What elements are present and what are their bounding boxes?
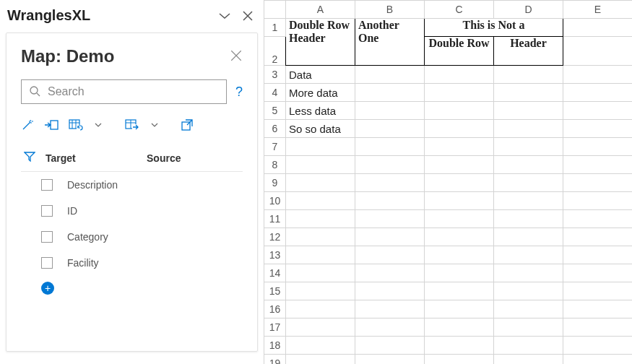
cell[interactable] bbox=[286, 337, 355, 355]
cell[interactable] bbox=[563, 210, 633, 228]
cell[interactable] bbox=[494, 156, 563, 174]
cell[interactable] bbox=[425, 246, 494, 264]
cell[interactable] bbox=[355, 102, 425, 120]
cell[interactable]: So so data bbox=[286, 120, 355, 138]
cell[interactable] bbox=[425, 120, 494, 138]
search-input[interactable] bbox=[46, 84, 219, 99]
cell[interactable] bbox=[355, 192, 425, 210]
cell[interactable]: Header bbox=[494, 37, 563, 66]
cell[interactable] bbox=[563, 174, 633, 192]
row-header[interactable]: 15 bbox=[264, 282, 286, 300]
row-header[interactable]: 11 bbox=[264, 210, 286, 228]
row-header[interactable]: 4 bbox=[264, 84, 286, 102]
col-header[interactable]: D bbox=[494, 1, 563, 19]
row-header[interactable]: 7 bbox=[264, 138, 286, 156]
cell[interactable] bbox=[286, 246, 355, 264]
cell[interactable] bbox=[286, 264, 355, 282]
cell[interactable] bbox=[355, 300, 425, 318]
cell[interactable] bbox=[494, 120, 563, 138]
row-header[interactable]: 18 bbox=[264, 337, 286, 355]
cell[interactable]: This is Not a bbox=[425, 19, 563, 37]
row-header[interactable]: 2 bbox=[264, 37, 286, 66]
checkbox[interactable] bbox=[41, 205, 53, 217]
cell[interactable] bbox=[425, 355, 494, 365]
row-header[interactable]: 6 bbox=[264, 120, 286, 138]
cell[interactable] bbox=[425, 228, 494, 246]
map-row[interactable]: Facility bbox=[21, 250, 243, 276]
cell[interactable] bbox=[563, 156, 633, 174]
cell[interactable] bbox=[286, 174, 355, 192]
cell[interactable] bbox=[425, 192, 494, 210]
cell[interactable] bbox=[494, 138, 563, 156]
cell[interactable] bbox=[425, 102, 494, 120]
cell[interactable] bbox=[286, 210, 355, 228]
cell[interactable] bbox=[425, 337, 494, 355]
help-icon[interactable]: ? bbox=[235, 84, 243, 100]
cell[interactable] bbox=[494, 66, 563, 84]
cell[interactable] bbox=[425, 282, 494, 300]
cell[interactable]: More data bbox=[286, 84, 355, 102]
cell[interactable] bbox=[563, 228, 633, 246]
close-card-icon[interactable] bbox=[230, 49, 243, 64]
cell[interactable] bbox=[355, 156, 425, 174]
cell[interactable] bbox=[425, 264, 494, 282]
cell[interactable]: Double Row Header bbox=[286, 19, 355, 66]
cell[interactable] bbox=[286, 228, 355, 246]
cell[interactable]: Double Row bbox=[425, 37, 494, 66]
cell[interactable] bbox=[286, 282, 355, 300]
cell[interactable] bbox=[563, 337, 633, 355]
cell[interactable] bbox=[286, 192, 355, 210]
column-target[interactable]: Target bbox=[46, 152, 147, 164]
table-refresh-icon[interactable] bbox=[69, 119, 83, 131]
wand-icon[interactable] bbox=[21, 118, 34, 131]
row-header[interactable]: 12 bbox=[264, 228, 286, 246]
cell[interactable] bbox=[494, 355, 563, 365]
cell[interactable] bbox=[355, 282, 425, 300]
cell[interactable] bbox=[355, 120, 425, 138]
filter-icon[interactable] bbox=[24, 152, 46, 164]
cell[interactable] bbox=[563, 37, 633, 66]
cell[interactable] bbox=[494, 192, 563, 210]
column-source[interactable]: Source bbox=[147, 152, 243, 164]
add-row-button[interactable]: + bbox=[41, 282, 54, 295]
cell[interactable] bbox=[286, 138, 355, 156]
cell[interactable] bbox=[425, 174, 494, 192]
cell[interactable] bbox=[494, 337, 563, 355]
cell[interactable] bbox=[563, 66, 633, 84]
checkbox[interactable] bbox=[41, 179, 53, 191]
checkbox[interactable] bbox=[41, 257, 53, 269]
cell[interactable] bbox=[355, 174, 425, 192]
col-header[interactable]: A bbox=[286, 1, 355, 19]
checkbox[interactable] bbox=[41, 231, 53, 243]
cell[interactable] bbox=[425, 84, 494, 102]
cell[interactable] bbox=[355, 246, 425, 264]
cell[interactable] bbox=[563, 19, 633, 37]
cell[interactable] bbox=[425, 210, 494, 228]
cell[interactable] bbox=[286, 355, 355, 365]
cell[interactable]: Less data bbox=[286, 102, 355, 120]
export-table-icon[interactable] bbox=[125, 119, 139, 131]
cell[interactable] bbox=[286, 300, 355, 318]
row-header[interactable]: 3 bbox=[264, 66, 286, 84]
map-row[interactable]: Description bbox=[21, 172, 243, 198]
row-header[interactable]: 16 bbox=[264, 300, 286, 318]
cell[interactable] bbox=[355, 66, 425, 84]
cell[interactable] bbox=[494, 210, 563, 228]
import-icon[interactable] bbox=[44, 119, 59, 131]
row-header[interactable]: 10 bbox=[264, 192, 286, 210]
cell[interactable] bbox=[286, 156, 355, 174]
cell[interactable] bbox=[494, 174, 563, 192]
row-header[interactable]: 9 bbox=[264, 174, 286, 192]
row-header[interactable]: 8 bbox=[264, 156, 286, 174]
cell[interactable]: Another One bbox=[355, 19, 425, 66]
cell[interactable] bbox=[563, 318, 633, 337]
cell[interactable]: Data bbox=[286, 66, 355, 84]
cell[interactable] bbox=[494, 228, 563, 246]
cell[interactable] bbox=[286, 318, 355, 337]
cell[interactable] bbox=[494, 300, 563, 318]
cell[interactable] bbox=[563, 355, 633, 365]
row-header[interactable]: 5 bbox=[264, 102, 286, 120]
export-table-dropdown[interactable] bbox=[151, 121, 158, 129]
cell[interactable] bbox=[425, 156, 494, 174]
cell[interactable] bbox=[425, 66, 494, 84]
